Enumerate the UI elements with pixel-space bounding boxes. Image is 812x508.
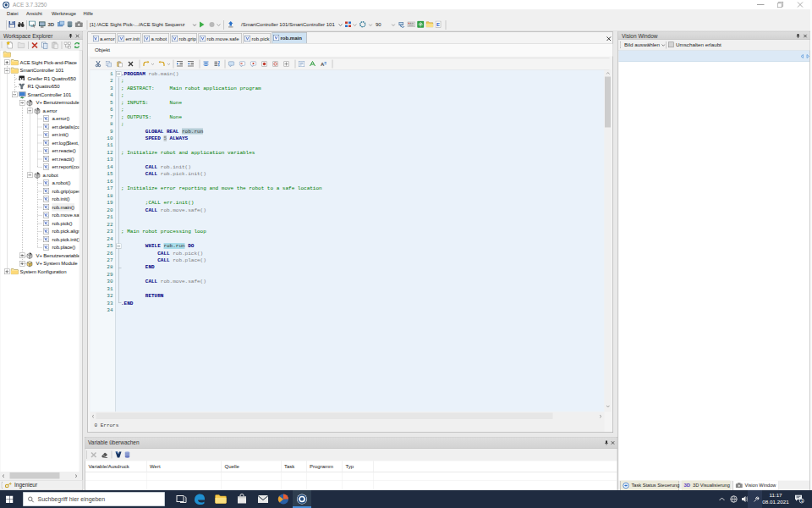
svg-text:2: 2 <box>218 61 221 65</box>
svg-text:E: E <box>436 22 440 27</box>
svg-text:1: 1 <box>801 499 804 503</box>
svg-text:A: A <box>321 62 325 67</box>
